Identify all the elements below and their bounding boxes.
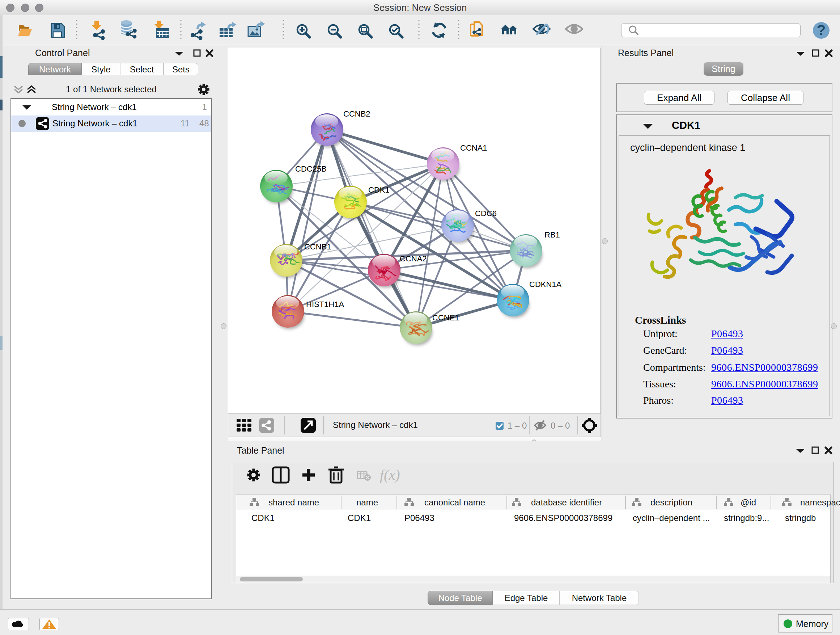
svg-text:CCNA1: CCNA1 xyxy=(460,143,487,152)
svg-text:f(x): f(x) xyxy=(380,467,400,483)
svg-text:CCNB2: CCNB2 xyxy=(343,109,370,119)
svg-text:CCNA2: CCNA2 xyxy=(400,254,427,263)
svg-text:RB1: RB1 xyxy=(545,230,560,239)
svg-text:CDC25B: CDC25B xyxy=(295,165,327,173)
svg-text:CCNE1: CCNE1 xyxy=(432,313,459,322)
svg-text:CCNB1: CCNB1 xyxy=(304,242,332,251)
svg-text:CDC6: CDC6 xyxy=(475,209,497,218)
svg-text:CDKN1A: CDKN1A xyxy=(529,280,562,289)
svg-text:CDK1: CDK1 xyxy=(368,185,390,195)
svg-text:HIST1H1A: HIST1H1A xyxy=(306,300,344,309)
svg-text:?: ? xyxy=(817,22,826,38)
